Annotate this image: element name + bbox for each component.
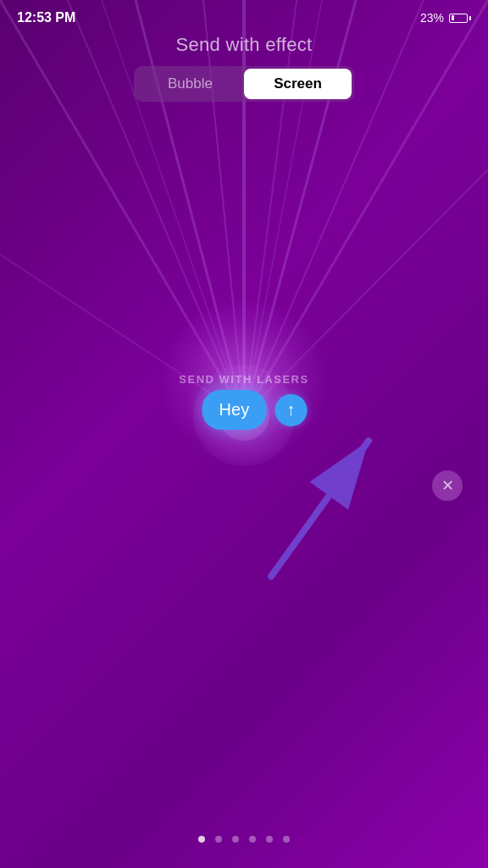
status-time: 12:53 PM — [17, 10, 75, 25]
dot-1[interactable] — [198, 836, 205, 843]
message-area: Hey ↑ — [202, 390, 308, 430]
status-right: 23% — [420, 11, 471, 25]
title-area: Send with effect — [0, 34, 488, 56]
cancel-button[interactable]: ✕ — [432, 470, 463, 501]
tab-container: Bubble Screen — [134, 66, 354, 102]
effect-label: SEND WITH LASERS — [179, 373, 308, 386]
message-text: Hey — [219, 400, 250, 419]
cancel-icon: ✕ — [441, 478, 454, 493]
battery-percent: 23% — [420, 11, 444, 25]
page-title: Send with effect — [176, 34, 313, 55]
tab-bubble[interactable]: Bubble — [136, 69, 244, 99]
tab-screen[interactable]: Screen — [244, 69, 352, 99]
status-bar: 12:53 PM 23% — [0, 0, 488, 25]
dot-3[interactable] — [232, 836, 239, 843]
dot-6[interactable] — [283, 836, 290, 843]
send-arrow-icon: ↑ — [286, 400, 295, 420]
pagination-dots — [198, 836, 290, 843]
dot-4[interactable] — [249, 836, 256, 843]
tab-switcher: Bubble Screen — [0, 66, 488, 102]
message-bubble: Hey — [202, 390, 267, 430]
dot-2[interactable] — [215, 836, 222, 843]
send-button[interactable]: ↑ — [274, 394, 307, 426]
battery-icon — [449, 14, 471, 23]
dot-5[interactable] — [266, 836, 273, 843]
